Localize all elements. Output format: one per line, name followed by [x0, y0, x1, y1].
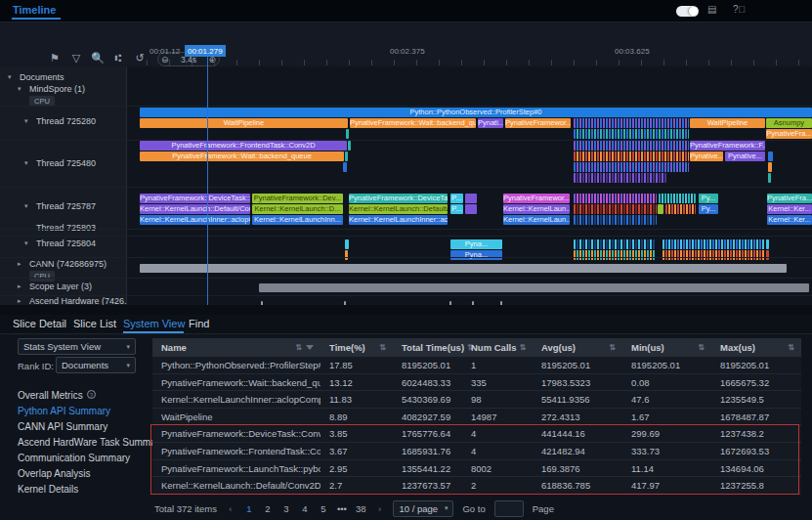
flow-icon[interactable]: ⑆ [110, 51, 126, 65]
caret-right-icon[interactable]: ▸ [18, 297, 21, 305]
page-number-4[interactable]: 4 [300, 503, 310, 514]
caret-right-icon[interactable]: ▸ [18, 260, 21, 268]
page-number-3[interactable]: 3 [281, 503, 291, 514]
table-row[interactable]: Kernel::KernelLaunch::Default/Conv2D-op0… [152, 477, 801, 495]
caret-down-icon[interactable]: ▾ [24, 159, 28, 167]
timeline-slice-tick[interactable] [574, 162, 689, 172]
timeline-slice[interactable]: PynativeFramewor... [505, 118, 571, 128]
filter-icon[interactable] [306, 345, 314, 350]
timeline-slice-tick[interactable] [348, 141, 351, 151]
column-header-total-time-us-[interactable]: Total Time(us)⇅ [393, 338, 462, 357]
table-row[interactable]: Kernel::KernelLaunchInner::aclopCompileA… [152, 391, 801, 409]
column-header-max-us-[interactable]: Max(us)⇅ [711, 338, 801, 357]
timeline-slice[interactable]: P... [450, 194, 463, 203]
sort-icon[interactable]: ⇅ [295, 343, 302, 352]
table-row[interactable]: WaitPipeline8.894082927.5914987272.43131… [152, 409, 801, 426]
timeline-slice[interactable]: Kernel::KernelLaunch::D... [252, 204, 343, 214]
timeline-slice-tick[interactable] [574, 204, 657, 214]
column-header-name[interactable]: Name⇅ [152, 338, 321, 357]
prev-page-button[interactable]: ‹ [226, 503, 235, 514]
sort-icon[interactable]: ⇅ [379, 343, 386, 352]
timeline-slice[interactable]: PynativeFramework::FrontendTask::Conv2D [140, 141, 347, 151]
timeline-slice-tick[interactable] [768, 152, 773, 161]
nav-item-cann-api-summary[interactable]: CANN API Summary [18, 421, 107, 432]
history-icon[interactable]: ↺ [132, 51, 148, 65]
timeline-slice-tick[interactable] [343, 162, 347, 172]
rank-id-select[interactable]: Documents▾ [56, 357, 136, 373]
timeline-slice[interactable]: PynativeFramewor... [503, 194, 570, 203]
timeline-slice-tick[interactable] [768, 173, 771, 183]
nav-item-communication-summary[interactable]: Communication Summary [18, 453, 130, 463]
timeline-slice[interactable]: Kernel::KernelLaunch::Default/Conv2D... [140, 204, 250, 214]
table-row[interactable]: Python::PythonObserved::ProfilerStep#017… [152, 357, 801, 374]
page-number-38[interactable]: 38 [356, 503, 366, 514]
timeline-slice[interactable]: PynativeFramework::Wait::backend_queue [140, 152, 344, 161]
tab-timeline[interactable]: Timeline [13, 4, 56, 16]
caret-down-icon[interactable]: ▾ [24, 117, 28, 125]
timeline-slice[interactable]: Py... [699, 204, 718, 214]
playhead-cursor[interactable] [207, 57, 208, 321]
tree-item-thread-725480[interactable]: Thread 725480 [36, 158, 96, 168]
ruler-time-label[interactable]: 00:01.12 [150, 47, 180, 56]
page-size-select[interactable]: 10 / page▾ [393, 500, 453, 517]
timeline-slice-tick[interactable] [140, 264, 787, 273]
timeline-slice-tick[interactable] [465, 204, 477, 214]
info-icon[interactable]: ? [87, 390, 96, 399]
timeline-slice-tick[interactable] [665, 204, 696, 214]
filter-icon[interactable]: ▽ [68, 51, 84, 65]
help-icon[interactable]: ?⃝ [733, 4, 746, 15]
column-header-num-calls[interactable]: Num Calls⇅ [462, 338, 533, 357]
flag-icon[interactable]: ⚑ [47, 51, 63, 65]
timeline-slice[interactable]: Python::PythonObserved::ProfilerStep#0 [140, 108, 812, 117]
tab-find[interactable]: Find [189, 318, 209, 329]
timeline-slice[interactable]: Pynative... [725, 152, 765, 161]
timeline-slice[interactable]: Kernel::Ker... [767, 204, 812, 214]
nav-item-overlap-analysis[interactable]: Overlap Analysis [18, 468, 90, 479]
page-number-2[interactable]: 2 [263, 503, 273, 514]
tree-item-thread-725804[interactable]: Thread 725804 [36, 238, 96, 248]
ruler-time-label[interactable]: 00:02.375 [390, 47, 425, 56]
table-row[interactable]: PynativeFramework::DeviceTask::Conv2D3.8… [152, 425, 801, 443]
timeline-slice[interactable]: PynativeFra... [767, 194, 812, 203]
page-number-1[interactable]: 1 [244, 503, 254, 514]
timeline-slice[interactable]: PynativeFramework::DeviceTask::Con... [140, 194, 250, 203]
timeline-slice-tick[interactable] [574, 194, 657, 203]
column-header-min-us-[interactable]: Min(us)⇅ [622, 338, 711, 357]
sort-icon[interactable]: ⇅ [788, 343, 794, 352]
timeline-slice[interactable]: Kernel::KernelLaun.... [503, 215, 570, 225]
timeline-slice-tick[interactable] [345, 152, 348, 161]
layout-icon[interactable]: ▤ [707, 4, 716, 15]
timeline-slice[interactable]: PynativeFramework::F... [690, 141, 765, 151]
timeline-slice[interactable]: Kernel::KernelLaunchInn... [252, 215, 343, 225]
timeline-slice-tick[interactable] [766, 250, 769, 260]
timeline-slice-tick[interactable] [574, 152, 689, 161]
column-header-avg-us-[interactable]: Avg(us)⇅ [533, 338, 622, 357]
timeline-slice-tick[interactable] [259, 283, 809, 292]
tab-system-view[interactable]: System View [123, 318, 185, 329]
table-row[interactable]: PynativeFramework::Wait::backend_queue13… [152, 374, 801, 392]
timeline-slice[interactable]: PynativeFramework::DeviceTas... [349, 194, 448, 203]
timeline-slice-tick[interactable] [345, 250, 348, 260]
timeline-slice-tick[interactable] [345, 239, 349, 249]
ruler-selected-time[interactable]: 00:01.279 [185, 45, 226, 57]
tree-item-thread-725787[interactable]: Thread 725787 [36, 201, 96, 211]
tree-item-scope-layer-3-[interactable]: Scope Layer (3) [29, 282, 92, 291]
timeline-slice[interactable]: PynativeFramework::Dev... [252, 194, 343, 203]
timeline-slice[interactable]: WaitPipeline [140, 118, 348, 128]
tree-item-thread-725803[interactable]: Thread 725803 [36, 223, 96, 233]
timeline-slice-tick[interactable] [766, 239, 769, 249]
timeline-slice-tick[interactable] [659, 194, 696, 203]
timeline-slice[interactable]: PynativeFra... [766, 129, 812, 139]
tree-item-cann-742686975-[interactable]: CANN (742686975) [29, 259, 107, 269]
timeline-slice-tick[interactable] [574, 250, 656, 260]
goto-page-input[interactable] [494, 500, 524, 517]
timeline-slice-tick[interactable] [662, 239, 765, 249]
timeline-slice-tick[interactable] [574, 141, 689, 151]
nav-item-ascend-hardware-task-summary[interactable]: Ascend HardWare Task Summary [18, 437, 164, 448]
tab-slice-detail[interactable]: Slice Detail [13, 318, 66, 329]
timeline-slice[interactable]: Kernel::KernelLaunch::Default/... [349, 204, 448, 214]
caret-down-icon[interactable]: ▾ [8, 73, 12, 81]
table-row[interactable]: PynativeFramework::FrontendTask::Conv2D3… [152, 443, 801, 460]
nav-item-overall-metrics[interactable]: Overall Metrics? [18, 390, 96, 401]
column-header-time-[interactable]: Time(%)⇅ [321, 338, 393, 357]
